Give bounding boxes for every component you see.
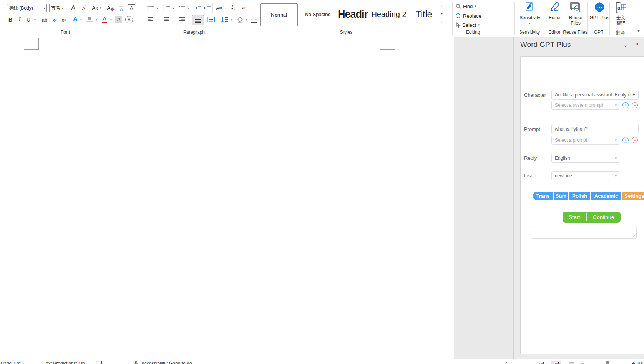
- asian-layout-dropdown[interactable]: ▾: [224, 6, 228, 11]
- reply-language-select[interactable]: English ▾: [551, 154, 620, 163]
- text-predictions-status[interactable]: Text Predictions: On: [43, 361, 85, 364]
- paragraph-dialog-launcher[interactable]: [251, 30, 254, 34]
- immersive-reader-button[interactable]: [536, 361, 546, 364]
- word-gpt-plus-taskpane: Word GPT Plus ⌄ × Character Select a sys…: [513, 37, 644, 359]
- numbered-list-dropdown[interactable]: ▾: [171, 6, 175, 11]
- zoom-slider-thumb[interactable]: [606, 361, 609, 364]
- multilevel-list-button[interactable]: [178, 4, 186, 12]
- superscript-button[interactable]: x2: [60, 16, 68, 23]
- zoom-percentage[interactable]: 100: [637, 361, 644, 364]
- document-page[interactable]: [0, 37, 454, 359]
- subscript-button[interactable]: x2: [51, 16, 58, 23]
- bullet-list-dropdown[interactable]: ▾: [155, 6, 159, 11]
- continue-button[interactable]: Continue: [587, 212, 621, 223]
- bullet-list-button[interactable]: [146, 4, 155, 12]
- styles-gallery-more[interactable]: ▾: [438, 18, 445, 26]
- decrease-indent-button[interactable]: [194, 4, 202, 12]
- shading-button[interactable]: [236, 16, 244, 23]
- editor-button[interactable]: Editor: [544, 2, 566, 20]
- tab-sum[interactable]: Sum: [554, 192, 568, 200]
- italic-button[interactable]: I: [16, 16, 23, 23]
- sensitivity-button[interactable]: Sensitivity ▾: [519, 2, 540, 26]
- result-textarea[interactable]: [531, 226, 637, 239]
- prompt-select[interactable]: Select a prompt ▾: [551, 136, 620, 145]
- phonetic-guide-button[interactable]: abc A: [117, 3, 126, 13]
- remove-system-prompt-button[interactable]: −: [632, 102, 638, 108]
- align-left-button[interactable]: [146, 16, 154, 23]
- text-effects-button[interactable]: A: [71, 15, 79, 23]
- distributed-button[interactable]: [206, 16, 216, 23]
- style-heading-2[interactable]: Heading 2: [370, 3, 408, 25]
- character-input[interactable]: [551, 90, 639, 100]
- numbered-list-button[interactable]: 123: [163, 4, 171, 12]
- grow-font-button[interactable]: Aˆ: [69, 4, 78, 12]
- full-text-translate-button[interactable]: a 全文翻译: [610, 2, 632, 26]
- align-right-button[interactable]: [178, 16, 186, 23]
- clear-formatting-button[interactable]: A: [106, 4, 115, 12]
- style-title[interactable]: Title: [410, 3, 438, 25]
- prompt-input[interactable]: [551, 124, 639, 134]
- character-border-button[interactable]: A: [128, 4, 135, 12]
- shading-dropdown[interactable]: ▾: [245, 18, 249, 22]
- bold-button[interactable]: B: [7, 16, 14, 23]
- add-prompt-button[interactable]: +: [622, 137, 629, 143]
- tab-trans[interactable]: Trans: [533, 192, 553, 200]
- font-dialog-launcher[interactable]: [128, 30, 132, 34]
- insert-mode-select[interactable]: newLine ▾: [551, 171, 620, 180]
- align-center-button[interactable]: [163, 16, 170, 23]
- add-system-prompt-button[interactable]: +: [622, 102, 629, 108]
- tab-settings[interactable]: Settings: [622, 192, 644, 200]
- multilevel-list-dropdown[interactable]: ▾: [187, 6, 191, 11]
- styles-scroll-down[interactable]: ▾: [438, 10, 445, 18]
- change-case-button[interactable]: Aa▾: [91, 4, 102, 12]
- chevron-down-icon: ▾: [96, 18, 97, 22]
- line-spacing-dropdown[interactable]: ▾: [230, 18, 234, 22]
- styles-dialog-launcher[interactable]: [446, 30, 450, 34]
- accessibility-status[interactable]: Accessibility: Good to go: [141, 361, 192, 364]
- select-button[interactable]: Select▾: [456, 21, 480, 29]
- focus-view-button[interactable]: [504, 361, 514, 364]
- collapse-ribbon-button[interactable]: ▾: [635, 28, 642, 34]
- replace-button[interactable]: cb Replace: [456, 12, 481, 20]
- taskpane-collapse-icon[interactable]: ⌄: [623, 42, 628, 48]
- taskpane-close-icon[interactable]: ×: [636, 41, 639, 48]
- font-color-dropdown[interactable]: ▾: [109, 18, 113, 22]
- display-settings-icon[interactable]: [96, 361, 102, 364]
- reuse-files-button[interactable]: Reuse Files: [565, 2, 586, 26]
- style-no-spacing[interactable]: No Spacing: [300, 3, 335, 25]
- show-hide-marks-button[interactable]: ↵: [240, 4, 248, 12]
- justify-button[interactable]: [192, 15, 204, 25]
- page-info[interactable]: Page 1 of 1: [1, 361, 24, 364]
- text-effects-dropdown[interactable]: ▾: [79, 18, 83, 22]
- asian-layout-button[interactable]: A⇄: [214, 4, 224, 12]
- styles-scroll-up[interactable]: ▴: [438, 3, 445, 10]
- style-normal[interactable]: Normal: [260, 3, 298, 26]
- gpt-plus-button[interactable]: GPT Plus: [589, 2, 610, 20]
- increase-indent-button[interactable]: [203, 4, 212, 12]
- character-shading-button[interactable]: A: [115, 16, 122, 23]
- underline-button[interactable]: U: [25, 16, 32, 23]
- tab-polish[interactable]: Polish: [569, 192, 590, 200]
- accessibility-icon[interactable]: [133, 361, 138, 364]
- enclose-characters-button[interactable]: A: [125, 16, 133, 23]
- line-spacing-button[interactable]: [220, 16, 229, 23]
- strikethrough-button[interactable]: ab: [40, 16, 49, 23]
- shrink-font-button[interactable]: Aˇ: [80, 5, 88, 12]
- print-layout-button[interactable]: [551, 361, 561, 364]
- text-highlight-button[interactable]: [85, 16, 94, 23]
- font-color-button[interactable]: A: [101, 15, 108, 24]
- underline-dropdown[interactable]: ▾: [33, 18, 37, 22]
- system-prompt-select[interactable]: Select a system prompt ▾: [551, 101, 620, 110]
- tab-academic[interactable]: Academic: [591, 192, 621, 200]
- zoom-in-button[interactable]: +: [632, 360, 635, 364]
- remove-prompt-button[interactable]: −: [632, 137, 638, 143]
- start-button[interactable]: Start: [563, 212, 586, 223]
- highlight-dropdown[interactable]: ▾: [95, 18, 98, 22]
- font-name-combo[interactable]: 等线 (Body) ▾: [7, 4, 47, 12]
- zoom-out-button[interactable]: −: [581, 360, 584, 364]
- find-button[interactable]: Find▾: [456, 2, 476, 10]
- font-size-combo[interactable]: 五号 ▾: [49, 4, 65, 12]
- web-layout-button[interactable]: [566, 361, 576, 364]
- sort-button[interactable]: AZ ↓: [229, 3, 238, 13]
- style-heading-1[interactable]: Heading 1: [338, 3, 368, 25]
